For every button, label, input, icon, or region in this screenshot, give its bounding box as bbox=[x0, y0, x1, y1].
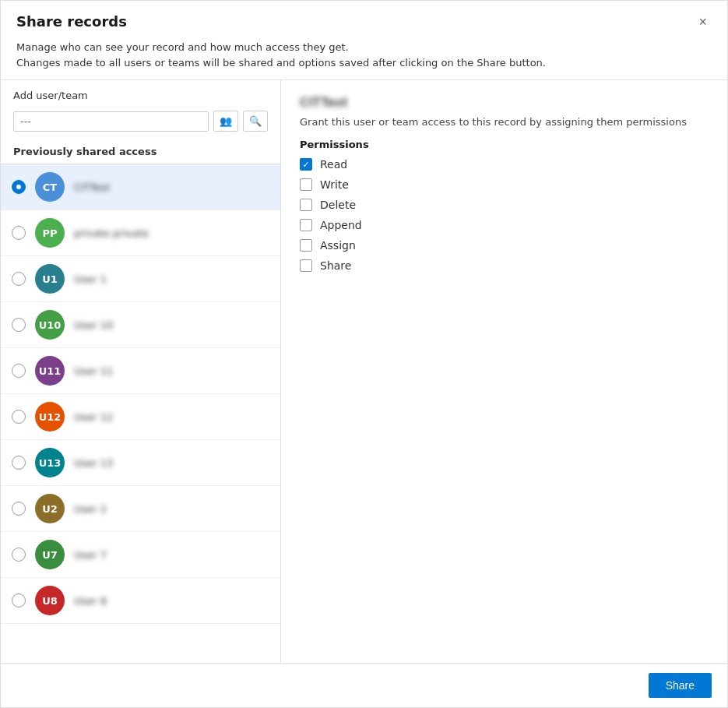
radio-circle bbox=[12, 272, 26, 286]
avatar: U8 bbox=[35, 586, 65, 615]
search-icon: 🔍 bbox=[249, 115, 262, 127]
permission-checkbox[interactable] bbox=[300, 259, 312, 272]
list-item[interactable]: U10User 10 bbox=[1, 302, 280, 348]
grant-text: Grant this user or team access to this r… bbox=[300, 116, 709, 128]
avatar: U10 bbox=[35, 310, 65, 340]
left-panel: Add user/team 👥 🔍 Previously shared acce… bbox=[1, 80, 281, 663]
permission-checkbox[interactable] bbox=[300, 219, 312, 231]
dialog-body: Add user/team 👥 🔍 Previously shared acce… bbox=[1, 79, 727, 663]
permissions-label: Permissions bbox=[300, 139, 709, 150]
user-name: private private bbox=[74, 227, 269, 239]
search-row: 👥 🔍 bbox=[1, 106, 280, 139]
subtitle-line2: Changes made to all users or teams will … bbox=[16, 55, 712, 71]
permissions-list: ReadWriteDeleteAppendAssignShare bbox=[300, 158, 709, 272]
share-button[interactable]: Share bbox=[649, 673, 712, 698]
dialog-title: Share records bbox=[16, 13, 127, 30]
radio-circle bbox=[12, 502, 26, 516]
user-name: User 2 bbox=[74, 503, 269, 515]
radio-circle bbox=[12, 364, 26, 378]
user-name: User 11 bbox=[74, 365, 269, 377]
avatar: CT bbox=[35, 172, 65, 202]
share-records-dialog: Share records × Manage who can see your … bbox=[0, 0, 728, 708]
radio-circle bbox=[12, 594, 26, 608]
permission-item: Delete bbox=[300, 199, 709, 211]
permission-checkbox[interactable] bbox=[300, 178, 312, 191]
permission-item: Assign bbox=[300, 239, 709, 252]
selected-user-name: CITTest bbox=[300, 96, 348, 110]
user-name: CITTest bbox=[74, 181, 269, 193]
list-item[interactable]: U12User 12 bbox=[1, 394, 280, 440]
list-item[interactable]: CTCITTest bbox=[1, 164, 280, 210]
user-list: CTCITTestPPprivate privateU1User 1U10Use… bbox=[1, 164, 280, 663]
dialog-header: Share records × bbox=[1, 1, 727, 40]
people-picker-button[interactable]: 👥 bbox=[213, 111, 238, 132]
subtitle-line1: Manage who can see your record and how m… bbox=[16, 40, 712, 55]
list-item[interactable]: U11User 11 bbox=[1, 348, 280, 394]
radio-circle bbox=[12, 226, 26, 240]
list-item[interactable]: U8User 8 bbox=[1, 578, 280, 624]
list-item[interactable]: U7User 7 bbox=[1, 532, 280, 578]
permission-name: Assign bbox=[320, 239, 356, 252]
avatar: PP bbox=[35, 218, 65, 248]
avatar: U2 bbox=[35, 494, 65, 523]
user-name: User 1 bbox=[74, 273, 269, 285]
permission-item: Share bbox=[300, 259, 709, 272]
search-input[interactable] bbox=[20, 115, 202, 128]
add-user-label: Add user/team bbox=[1, 80, 280, 106]
permission-checkbox[interactable] bbox=[300, 199, 312, 211]
permission-name: Read bbox=[320, 158, 347, 171]
permission-item: Write bbox=[300, 178, 709, 191]
radio-circle bbox=[12, 410, 26, 424]
list-item[interactable]: U1User 1 bbox=[1, 256, 280, 302]
permission-name: Write bbox=[320, 178, 349, 191]
radio-circle bbox=[12, 548, 26, 562]
avatar: U11 bbox=[35, 356, 65, 386]
avatar: U13 bbox=[35, 448, 65, 477]
dialog-subtitle: Manage who can see your record and how m… bbox=[1, 40, 727, 79]
permission-item: Read bbox=[300, 158, 709, 171]
permission-checkbox[interactable] bbox=[300, 158, 312, 171]
dialog-footer: Share bbox=[1, 663, 727, 707]
permission-item: Append bbox=[300, 219, 709, 231]
search-button[interactable]: 🔍 bbox=[243, 111, 268, 132]
permission-checkbox[interactable] bbox=[300, 239, 312, 252]
close-button[interactable]: × bbox=[694, 13, 712, 30]
user-name: User 8 bbox=[74, 595, 269, 607]
permission-name: Append bbox=[320, 219, 362, 231]
user-name: User 7 bbox=[74, 549, 269, 561]
radio-circle bbox=[12, 180, 26, 194]
radio-circle bbox=[12, 318, 26, 332]
radio-circle bbox=[12, 456, 26, 470]
avatar: U1 bbox=[35, 264, 65, 294]
permission-name: Share bbox=[320, 259, 351, 272]
user-name: User 13 bbox=[74, 457, 269, 469]
avatar: U12 bbox=[35, 402, 65, 431]
right-panel: CITTest Grant this user or team access t… bbox=[281, 80, 727, 663]
previously-shared-label: Previously shared access bbox=[1, 139, 280, 164]
avatar: U7 bbox=[35, 540, 65, 569]
search-input-wrapper[interactable] bbox=[13, 111, 209, 132]
permission-name: Delete bbox=[320, 199, 356, 211]
people-icon: 👥 bbox=[220, 115, 232, 127]
list-item[interactable]: U13User 13 bbox=[1, 440, 280, 486]
user-name: User 10 bbox=[74, 319, 269, 331]
user-name: User 12 bbox=[74, 411, 269, 423]
list-item[interactable]: PPprivate private bbox=[1, 210, 280, 256]
list-item[interactable]: U2User 2 bbox=[1, 486, 280, 532]
